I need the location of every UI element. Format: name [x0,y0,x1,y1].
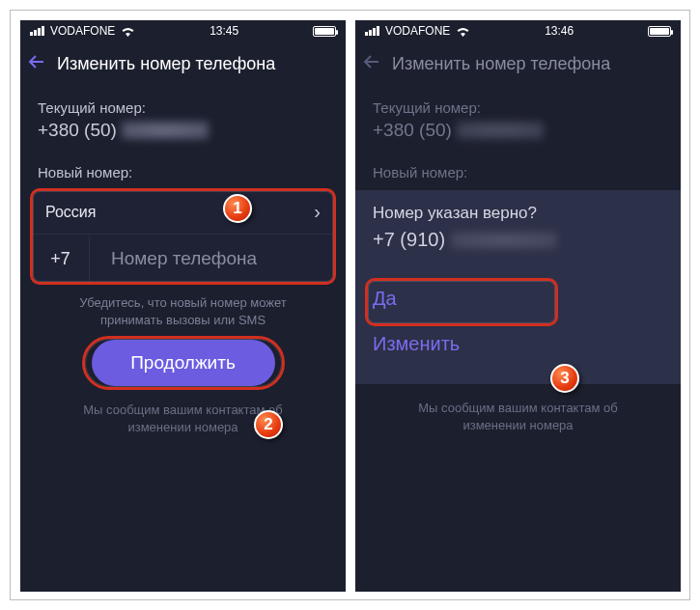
clock-label: 13:46 [545,24,574,38]
country-selector[interactable]: Россия › [32,190,334,235]
wifi-icon [121,26,135,37]
battery-icon [313,26,336,37]
phone-input[interactable]: Номер телефона [90,248,334,269]
back-icon[interactable] [28,51,57,76]
signal-icon [30,26,44,36]
carrier-label: VODAFONE [385,24,450,38]
back-icon[interactable] [363,51,392,76]
confirm-panel: Номер указан верно? +7 (910) Да Изменить [355,190,681,384]
status-bar: VODAFONE 13:45 [20,20,346,42]
current-number-label: Текущий номер: [20,86,346,120]
signal-icon [365,26,379,36]
app-bar: Изменить номер телефона [20,42,346,86]
yes-button[interactable]: Да [373,276,663,321]
status-bar: VODAFONE 13:46 [355,20,681,42]
continue-button[interactable]: Продолжить [92,340,275,386]
current-number-label: Текущий номер: [355,86,681,120]
phone-input-row[interactable]: +7 Номер телефона [32,235,334,283]
step-badge-3: 3 [550,364,579,393]
clock-label: 13:45 [210,24,238,38]
app-bar: Изменить номер телефона [355,42,681,86]
battery-icon [648,26,671,37]
wifi-icon [456,26,470,37]
footer-note: Мы сообщим вашим контактам об изменении … [20,386,346,436]
page-title: Изменить номер телефона [392,54,610,74]
screenshot-frame: VODAFONE 13:45 Изменить номер телефона Т… [10,10,690,600]
new-number-label: Новый номер: [20,151,346,184]
phone-screen-step1: VODAFONE 13:45 Изменить номер телефона Т… [20,20,346,592]
footer-note: Мы сообщим вашим контактам об изменении … [355,384,681,434]
phone-screen-step2: VODAFONE 13:46 Изменить номер телефона Т… [355,20,681,592]
country-name: Россия [45,204,96,221]
current-number-value: +380 (50) [355,120,681,151]
new-number-label: Новый номер: [355,151,681,184]
step-badge-1: 1 [223,194,252,223]
chevron-right-icon: › [314,201,321,223]
confirm-number: +7 (910) [373,229,663,251]
change-button[interactable]: Изменить [373,321,663,367]
current-number-value: +380 (50) [20,120,346,151]
page-title: Изменить номер телефона [57,54,275,74]
step-badge-2: 2 [254,410,283,439]
new-number-input-group: Россия › +7 Номер телефона [32,190,334,283]
confirm-question: Номер указан верно? [373,204,663,223]
country-code: +7 [32,235,90,283]
carrier-label: VODAFONE [50,24,115,38]
help-text: Убедитесь, что новый номер может принима… [20,283,346,336]
